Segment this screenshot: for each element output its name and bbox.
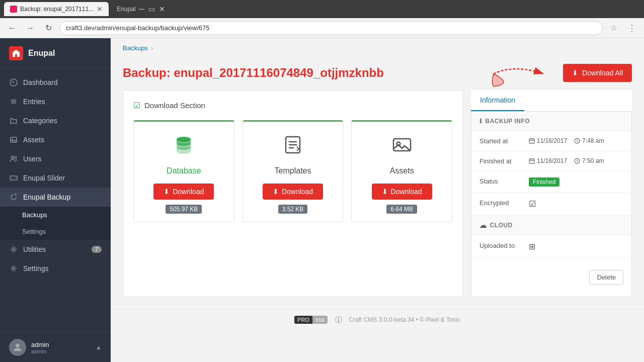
database-card: Database ⬇ Download 505.97 KB — [133, 120, 234, 222]
finished-time: 7:50 am — [574, 157, 604, 164]
status-badge: Finished — [529, 177, 559, 187]
trial-label: trial — [312, 316, 328, 324]
list-icon — [9, 97, 18, 106]
folder-icon — [9, 116, 18, 125]
assets-download-btn[interactable]: ⬇ Download — [372, 184, 432, 200]
assets-card: Assets ⬇ Download 6.64 MB — [351, 120, 452, 222]
settings-icon — [9, 264, 18, 273]
browser-tab[interactable]: Backup: enupal_2017111... ✕ — [4, 2, 109, 16]
download-icon: ⬇ — [572, 69, 578, 77]
content-body: ☑ Download Section — [111, 90, 644, 309]
templates-download-btn[interactable]: ⬇ Download — [263, 184, 323, 200]
tab-close-btn[interactable]: ✕ — [97, 5, 103, 13]
svg-point-13 — [13, 248, 15, 250]
cloud-section-label: CLOUD — [490, 222, 513, 229]
tab-favicon — [10, 6, 17, 13]
encrypted-check-icon: ☑ — [529, 199, 536, 209]
sidebar-item-entries[interactable]: Entries — [0, 92, 111, 111]
db-download-icon: ⬇ — [164, 188, 170, 196]
db-download-label: Download — [173, 188, 204, 196]
section-header-label: Download Section — [144, 101, 205, 110]
database-download-btn[interactable]: ⬇ Download — [153, 184, 214, 200]
maximize-btn[interactable]: ▭ — [148, 5, 156, 13]
uploaded-to-label: Uploaded to — [479, 242, 525, 249]
minimize-btn[interactable]: ─ — [138, 5, 146, 13]
backup-info-label: BACKUP INFO — [486, 118, 530, 125]
browser-chrome: Backup: enupal_2017111... ✕ Enupal ─ ▭ ✕ — [0, 0, 644, 18]
sidebar-subitem-settings[interactable]: Settings — [0, 223, 111, 240]
main-content: Backups › Backup: enupal_20171116074849_… — [111, 38, 644, 362]
section-check-icon: ☑ — [133, 101, 140, 110]
sidebar-item-categories[interactable]: Categories — [0, 111, 111, 130]
info-row-status: Status Finished — [471, 171, 631, 193]
info-tabs: Information — [471, 90, 632, 112]
window-controls: Enupal ─ ▭ ✕ — [113, 5, 166, 13]
assets-card-title: Assets — [390, 166, 414, 175]
info-row-encrypted: Encrypted ☑ — [471, 193, 631, 215]
sidebar: Enupal Dashboard Entries Categories — [0, 38, 111, 362]
svg-point-1 — [13, 82, 14, 83]
download-cards: Database ⬇ Download 505.97 KB — [133, 120, 452, 222]
database-card-title: Database — [167, 166, 201, 175]
browser-navbar: ← → ↻ ☆ ⋮ — [0, 18, 644, 38]
backups-sub-label: Backups — [22, 211, 47, 219]
close-btn[interactable]: ✕ — [158, 5, 166, 13]
avatar — [9, 339, 26, 356]
delete-row: Delete — [471, 258, 631, 297]
svg-rect-4 — [11, 103, 16, 104]
finished-date: 11/16/2017 — [529, 157, 567, 164]
sidebar-item-utilities[interactable]: Utilities 7 — [0, 240, 111, 259]
sidebar-item-enupal-backup[interactable]: Enupal Backup — [0, 188, 111, 207]
svg-rect-21 — [529, 139, 534, 143]
breadcrumb-backups-link[interactable]: Backups — [123, 44, 148, 52]
started-time: 7:48 am — [574, 137, 604, 144]
sidebar-item-assets[interactable]: Assets — [0, 130, 111, 149]
bookmark-btn[interactable]: ☆ — [607, 21, 621, 35]
delete-btn[interactable]: Delete — [589, 270, 623, 285]
user-name: admin — [31, 341, 91, 348]
assets-icon — [391, 134, 413, 160]
encrypted-label: Encrypted — [479, 199, 525, 207]
logo-icon — [9, 46, 23, 60]
database-file-size: 505.97 KB — [166, 205, 202, 214]
svg-rect-2 — [11, 100, 16, 101]
info-tab-information[interactable]: Information — [471, 90, 524, 111]
svg-point-8 — [15, 156, 17, 158]
svg-point-15 — [16, 344, 19, 347]
svg-rect-23 — [529, 159, 534, 163]
info-icon: ℹ — [479, 118, 482, 125]
finished-at-value: 11/16/2017 7:50 am — [529, 157, 623, 164]
svg-point-12 — [15, 177, 16, 178]
cloud-icon: ☁ — [479, 221, 487, 229]
settings-label: Settings — [23, 264, 102, 273]
sidebar-subitem-backups[interactable]: Backups — [0, 207, 111, 223]
pro-badge: PRO trial — [294, 316, 328, 324]
user-chevron-icon[interactable]: ▲ — [96, 344, 102, 351]
download-all-btn[interactable]: ⬇ Download All — [563, 64, 632, 82]
refresh-btn[interactable]: ↻ — [41, 21, 55, 35]
user-info: admin admin — [31, 341, 91, 354]
sidebar-item-settings[interactable]: Settings — [0, 259, 111, 278]
footer: PRO trial ℹ Craft CMS 3.0.0-beta.34 • © … — [111, 309, 644, 330]
started-at-value: 11/16/2017 7:48 am — [529, 137, 623, 144]
assets-file-size: 6.64 MB — [386, 205, 417, 214]
sidebar-item-users[interactable]: Users — [0, 149, 111, 168]
slides-icon — [9, 173, 18, 183]
pro-label: PRO — [294, 316, 312, 324]
address-input[interactable] — [59, 21, 603, 35]
tab-title: Backup: enupal_2017111... — [20, 6, 94, 13]
info-row-finished: Finished at 11/16/2017 7:50 am — [471, 151, 631, 171]
tmpl-download-icon: ⬇ — [273, 188, 279, 196]
sidebar-item-enupal-slider[interactable]: Enupal Slider — [0, 168, 111, 188]
users-label: Users — [23, 155, 102, 163]
enupal-slider-label: Enupal Slider — [23, 174, 102, 182]
sidebar-user: admin admin ▲ — [0, 332, 111, 362]
back-btn[interactable]: ← — [5, 21, 19, 35]
pro-info-icon[interactable]: ℹ — [335, 316, 342, 323]
page-title: Backup: enupal_20171116074849_otjjmzknbb — [123, 66, 384, 80]
sidebar-item-dashboard[interactable]: Dashboard — [0, 73, 111, 92]
people-icon — [9, 154, 18, 163]
forward-btn[interactable]: → — [23, 21, 37, 35]
menu-btn[interactable]: ⋮ — [625, 21, 639, 35]
page-header: Backup: enupal_20171116074849_otjjmzknbb… — [111, 58, 644, 90]
